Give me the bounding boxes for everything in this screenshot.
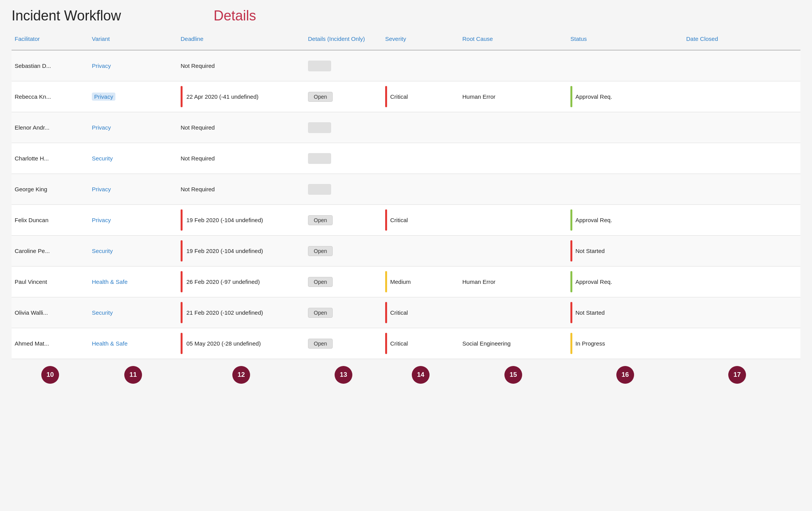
badge-spacer-severity: 14 — [382, 366, 459, 384]
badge-dateclosed[interactable]: 17 — [728, 366, 746, 384]
severity-cell: Critical — [382, 81, 459, 112]
page: Incident Workflow Details Facilitator Va… — [0, 0, 812, 511]
severity-cell: Medium — [382, 266, 459, 297]
severity-cell — [382, 236, 459, 266]
severity-text: Critical — [390, 340, 408, 347]
dateclosed-cell — [683, 81, 791, 112]
badge-variant[interactable]: 11 — [124, 366, 142, 384]
dateclosed-cell — [683, 328, 791, 359]
variant-link[interactable]: Privacy — [92, 186, 111, 192]
deadline-cell: Not Required — [178, 51, 305, 81]
badge-row: 1011121314151617 — [12, 366, 800, 384]
table-row: Charlotte H...SecurityNot Required — [12, 143, 800, 174]
details-cell[interactable]: Open — [305, 236, 382, 266]
status-cell: In Progress — [567, 328, 683, 359]
facilitator-cell: Caroline Pe... — [12, 236, 89, 266]
details-cell[interactable]: Open — [305, 205, 382, 235]
deadline-bar-indicator — [181, 271, 183, 292]
facilitator-cell: Olivia Walli... — [12, 297, 89, 328]
badge-rootcause[interactable]: 15 — [504, 366, 522, 384]
details-cell — [305, 51, 382, 81]
variant-link[interactable]: Privacy — [92, 62, 111, 69]
badge-spacer-variant: 11 — [89, 366, 178, 384]
variant-link[interactable]: Security — [92, 248, 113, 254]
deadline-cell: 19 Feb 2020 (-104 undefined) — [178, 205, 305, 235]
badge-details[interactable]: 13 — [335, 366, 352, 384]
table-body: Sebastian D...PrivacyNot RequiredRebecca… — [12, 51, 800, 359]
badge-spacer-facilitator: 10 — [12, 366, 89, 384]
badge-deadline[interactable]: 12 — [232, 366, 250, 384]
variant-cell[interactable]: Privacy — [89, 81, 178, 112]
details-cell[interactable]: Open — [305, 266, 382, 297]
status-cell: Approval Req. — [567, 266, 683, 297]
variant-link[interactable]: Privacy — [92, 124, 111, 131]
severity-cell: Critical — [382, 205, 459, 235]
status-bar-indicator — [570, 302, 572, 323]
facilitator-cell: Elenor Andr... — [12, 112, 89, 143]
status-bar-indicator — [570, 271, 572, 292]
severity-text: Critical — [390, 93, 408, 100]
rootcause-cell — [459, 143, 567, 174]
severity-cell: Critical — [382, 297, 459, 328]
variant-cell[interactable]: Privacy — [89, 51, 178, 81]
rootcause-cell: Human Error — [459, 266, 567, 297]
details-cell — [305, 174, 382, 204]
details-open-button[interactable]: Open — [308, 339, 333, 349]
deadline-text: Not Required — [181, 124, 215, 131]
deadline-bar-indicator — [181, 86, 183, 107]
badge-severity[interactable]: 14 — [412, 366, 430, 384]
col-header-facilitator: Facilitator — [12, 31, 89, 47]
variant-cell[interactable]: Privacy — [89, 112, 178, 143]
badge-spacer-details: 13 — [305, 366, 382, 384]
col-header-deadline: Deadline — [178, 31, 305, 47]
status-bar-indicator — [570, 209, 572, 231]
details-cell[interactable]: Open — [305, 297, 382, 328]
status-cell: Not Started — [567, 297, 683, 328]
status-text: Approval Req. — [575, 93, 612, 100]
table-row: Elenor Andr...PrivacyNot Required — [12, 112, 800, 143]
dateclosed-cell — [683, 297, 791, 328]
details-empty-placeholder — [308, 153, 331, 164]
severity-bar-indicator — [385, 333, 387, 354]
header: Incident Workflow Details — [12, 8, 800, 24]
severity-cell — [382, 51, 459, 81]
severity-cell — [382, 143, 459, 174]
details-open-button[interactable]: Open — [308, 92, 333, 102]
rootcause-cell: Human Error — [459, 81, 567, 112]
details-open-button[interactable]: Open — [308, 277, 333, 287]
badge-spacer-deadline: 12 — [178, 366, 305, 384]
badge-facilitator[interactable]: 10 — [41, 366, 59, 384]
variant-link[interactable]: Health & Safe — [92, 278, 128, 285]
variant-cell[interactable]: Health & Safe — [89, 266, 178, 297]
variant-cell[interactable]: Privacy — [89, 205, 178, 235]
facilitator-cell: Ahmed Mat... — [12, 328, 89, 359]
variant-cell[interactable]: Privacy — [89, 174, 178, 204]
variant-link[interactable]: Security — [92, 309, 113, 316]
deadline-bar-indicator — [181, 209, 183, 231]
col-header-status: Status — [567, 31, 683, 47]
table-row: Olivia Walli...Security21 Feb 2020 (-102… — [12, 297, 800, 328]
details-open-button[interactable]: Open — [308, 308, 333, 318]
details-cell[interactable]: Open — [305, 81, 382, 112]
deadline-cell: Not Required — [178, 174, 305, 204]
badge-status[interactable]: 16 — [616, 366, 634, 384]
rootcause-cell — [459, 112, 567, 143]
col-header-details: Details (Incident Only) — [305, 31, 382, 47]
variant-cell[interactable]: Security — [89, 143, 178, 174]
variant-cell[interactable]: Security — [89, 236, 178, 266]
dateclosed-cell — [683, 51, 791, 81]
variant-link[interactable]: Security — [92, 155, 113, 162]
variant-link[interactable]: Privacy — [92, 93, 115, 101]
variant-cell[interactable]: Health & Safe — [89, 328, 178, 359]
details-open-button[interactable]: Open — [308, 246, 333, 256]
table-row: Paul VincentHealth & Safe26 Feb 2020 (-9… — [12, 266, 800, 297]
variant-link[interactable]: Health & Safe — [92, 340, 128, 347]
variant-link[interactable]: Privacy — [92, 217, 111, 223]
details-open-button[interactable]: Open — [308, 215, 333, 225]
table-row: Ahmed Mat...Health & Safe05 May 2020 (-2… — [12, 328, 800, 359]
col-header-dateclosed: Date Closed — [683, 31, 791, 47]
badge-spacer-rootcause: 15 — [459, 366, 567, 384]
variant-cell[interactable]: Security — [89, 297, 178, 328]
table-row: Felix DuncanPrivacy19 Feb 2020 (-104 und… — [12, 205, 800, 236]
details-cell[interactable]: Open — [305, 328, 382, 359]
